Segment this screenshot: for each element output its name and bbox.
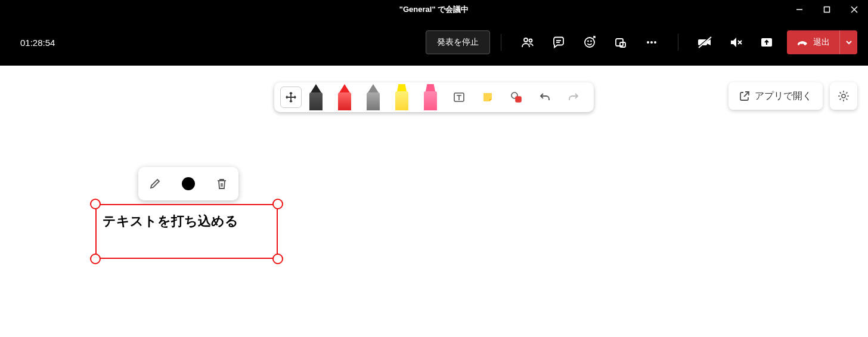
pencil-icon (148, 177, 162, 190)
color-swatch-icon (182, 177, 195, 190)
svg-point-8 (585, 38, 594, 47)
window-title: "General" で会議中 (399, 4, 469, 15)
trash-icon (215, 177, 228, 190)
maximize-button[interactable] (813, 0, 841, 19)
hangup-icon (796, 36, 808, 48)
minimize-icon (796, 6, 803, 13)
breakout-rooms-button[interactable] (609, 30, 633, 54)
close-window-button[interactable] (841, 0, 868, 19)
shape-tool[interactable] (502, 82, 531, 112)
text-color-button[interactable] (176, 172, 200, 196)
breakout-rooms-icon (614, 36, 627, 49)
participants-icon (521, 36, 534, 49)
separator (501, 34, 501, 51)
pen-black-tool[interactable] (302, 82, 330, 112)
svg-point-4 (524, 38, 528, 42)
undo-icon (538, 91, 551, 104)
share-screen-button[interactable] (755, 30, 779, 54)
sticky-note-icon (481, 91, 494, 104)
pen-red-icon (336, 84, 353, 110)
mic-off-icon (729, 36, 742, 49)
highlighter-yellow-icon (393, 84, 410, 110)
leave-options-button[interactable] (839, 30, 857, 54)
redo-icon (567, 91, 580, 104)
reactions-icon (583, 36, 596, 49)
resize-handle-br[interactable] (272, 253, 283, 264)
chat-icon (552, 36, 565, 49)
whiteboard-right-controls: アプリで開く (728, 82, 857, 110)
pen-gray-tool[interactable] (359, 82, 388, 112)
open-in-app-label: アプリで開く (755, 90, 812, 103)
resize-handle-bl[interactable] (90, 253, 101, 264)
whiteboard-toolbar (274, 82, 594, 112)
svg-point-14 (650, 41, 653, 44)
more-icon (645, 36, 658, 49)
textbox-selection[interactable]: テキストを打ち込める (95, 204, 278, 259)
window-controls (786, 0, 868, 19)
undo-button[interactable] (531, 82, 559, 112)
more-actions-button[interactable] (640, 30, 664, 54)
resize-handle-tr[interactable] (272, 199, 283, 209)
window-titlebar: "General" で会議中 (0, 0, 868, 19)
stop-presenting-button[interactable]: 発表を停止 (426, 30, 490, 54)
chevron-down-icon (845, 39, 852, 46)
close-icon (851, 6, 858, 13)
svg-point-13 (647, 41, 649, 44)
separator (678, 34, 678, 51)
move-icon (285, 91, 297, 103)
highlighter-pink-icon (422, 84, 439, 110)
camera-off-icon (698, 36, 712, 49)
meeting-toolbar: 01:28:54 発表を停止 (0, 19, 868, 66)
text-tool[interactable] (445, 82, 473, 112)
textbox-content: テキストを打ち込める (103, 212, 238, 230)
shape-tool-icon (510, 91, 523, 104)
pen-red-tool[interactable] (330, 82, 359, 112)
pen-gray-icon (365, 84, 382, 110)
participants-button[interactable] (516, 30, 540, 54)
edit-text-button[interactable] (143, 172, 167, 196)
meeting-timer: 01:28:54 (20, 38, 55, 48)
redo-button[interactable] (559, 82, 588, 112)
whiteboard-canvas[interactable]: アプリで開く テキストを打ち込める (0, 66, 868, 337)
svg-rect-23 (516, 97, 521, 102)
delete-textbox-button[interactable] (210, 172, 234, 196)
maximize-icon (823, 6, 830, 13)
text-tool-icon (452, 91, 466, 104)
open-external-icon (739, 91, 750, 101)
pen-black-icon (308, 84, 324, 110)
leave-meeting-button[interactable]: 退出 (787, 30, 839, 54)
svg-point-15 (654, 41, 656, 44)
camera-toggle-button[interactable] (693, 30, 717, 54)
sticky-note-tool[interactable] (473, 82, 502, 112)
svg-point-10 (591, 41, 591, 42)
reactions-button[interactable] (578, 30, 602, 54)
resize-handle-tl[interactable] (90, 199, 101, 209)
highlighter-yellow-tool[interactable] (388, 82, 416, 112)
textbox-context-toolbar (138, 167, 238, 200)
svg-rect-1 (824, 7, 830, 13)
svg-point-5 (529, 39, 532, 42)
chat-button[interactable] (547, 30, 571, 54)
minimize-button[interactable] (786, 0, 813, 19)
svg-point-24 (842, 94, 845, 98)
whiteboard-settings-button[interactable] (830, 82, 857, 110)
svg-point-9 (588, 41, 588, 42)
share-screen-icon (760, 36, 773, 49)
gear-icon (837, 89, 850, 103)
open-in-app-button[interactable]: アプリで開く (728, 82, 823, 110)
mic-toggle-button[interactable] (724, 30, 748, 54)
move-tool[interactable] (280, 86, 302, 108)
highlighter-pink-tool[interactable] (416, 82, 445, 112)
leave-label: 退出 (813, 37, 830, 48)
textbox[interactable]: テキストを打ち込める (95, 204, 278, 259)
